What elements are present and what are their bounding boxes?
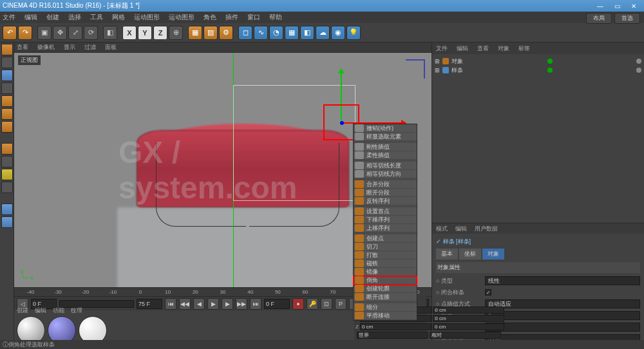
attr-count[interactable] — [485, 311, 640, 320]
ctx-smooth-move[interactable]: 平滑移动 — [354, 312, 417, 320]
ctx-mirror[interactable]: 镜像 — [354, 268, 417, 276]
ctx-chamfer[interactable]: 倒角 — [354, 276, 417, 285]
next-key[interactable]: ▶▶ — [236, 298, 247, 310]
mat-tab-func[interactable]: 功能 — [53, 307, 64, 315]
redo-button[interactable]: ↷ — [18, 26, 32, 40]
view-tab-panel[interactable]: 面板 — [105, 43, 117, 52]
ctx-frame-selected[interactable]: 框显选取元素 — [354, 133, 417, 141]
ctx-soft-interp[interactable]: 柔性插值 — [354, 151, 417, 160]
obj-tab-file[interactable]: 文件 — [436, 44, 448, 53]
polygon-mode[interactable] — [1, 121, 13, 133]
ctx-join-seg[interactable]: 合并分段 — [354, 180, 417, 189]
axis-mode[interactable] — [1, 143, 13, 155]
layout-button[interactable]: 布局 — [586, 13, 612, 24]
goto-start[interactable]: ⏮ — [165, 298, 176, 310]
size-x[interactable] — [433, 307, 504, 314]
make-editable[interactable] — [1, 44, 13, 55]
timeline-current[interactable] — [264, 299, 290, 309]
attr-tab-coord[interactable]: 坐标 — [459, 249, 481, 259]
soft-select[interactable] — [1, 203, 13, 215]
attr-userdata[interactable]: 用户数据 — [475, 225, 498, 233]
menu-plugins[interactable]: 插件 — [225, 13, 238, 22]
render-region[interactable]: ▨ — [204, 26, 218, 40]
prev-key[interactable]: ◀◀ — [179, 298, 191, 310]
ctx-create-point[interactable]: 创建点 — [354, 234, 417, 243]
menu-window[interactable]: 窗口 — [247, 13, 260, 22]
menu-tools[interactable]: 工具 — [90, 13, 103, 22]
mat-tab-create[interactable]: 创建 — [17, 307, 28, 315]
environment-tool[interactable]: ☁ — [316, 26, 330, 40]
ctx-equal-tan-len[interactable]: 相等切线长度 — [354, 162, 417, 170]
gizmo-origin[interactable] — [340, 121, 344, 125]
attr-interp[interactable] — [485, 299, 640, 308]
view-tab-view[interactable]: 查看 — [17, 43, 28, 52]
move-tool[interactable]: ✥ — [53, 26, 67, 40]
ctx-disconnect[interactable]: 断开连接 — [354, 293, 417, 301]
maximize-button[interactable]: ▭ — [609, 1, 625, 10]
snap-toggle[interactable] — [1, 156, 13, 167]
tweak-mode[interactable] — [1, 216, 13, 228]
ctx-subdivide[interactable]: 细分 — [354, 303, 417, 312]
tree-item-obj[interactable]: ⊞ 对象 — [435, 57, 641, 66]
obj-tab-edit[interactable]: 编辑 — [457, 44, 468, 53]
size-y[interactable] — [433, 315, 504, 322]
light-tool[interactable]: 💡 — [346, 26, 361, 40]
goto-end[interactable]: ⏭ — [250, 298, 261, 310]
world-axis-toggle[interactable]: ⊕ — [169, 26, 183, 40]
model-mode[interactable] — [1, 57, 13, 68]
ctx-break-seg[interactable]: 断开分段 — [354, 189, 417, 197]
z-axis-lock[interactable]: Z — [153, 26, 167, 40]
menu-help[interactable]: 帮助 — [269, 13, 282, 22]
view-tab-camera[interactable]: 摄像机 — [37, 43, 55, 52]
spline-tool[interactable]: ∿ — [254, 26, 268, 40]
point-mode[interactable] — [1, 95, 13, 107]
ctx-equal-tan-dir[interactable]: 相等切线方向 — [354, 170, 417, 178]
ctx-reverse[interactable]: 反转序列 — [354, 197, 417, 205]
menu-mesh[interactable]: 网格 — [112, 13, 125, 22]
render-settings[interactable]: ⚙ — [219, 26, 233, 40]
ctx-move-down[interactable]: 下移序列 — [354, 216, 417, 224]
workplane-mode[interactable] — [1, 82, 13, 94]
obj-tab-tags[interactable]: 标签 — [518, 44, 530, 53]
ctx-explode[interactable]: 打散 — [354, 251, 417, 259]
attr-angle[interactable] — [485, 323, 640, 332]
nurbs-tool[interactable]: ◔ — [269, 26, 283, 40]
close-button[interactable]: ✕ — [626, 1, 641, 10]
attr-tab-basic[interactable]: 基本 — [436, 249, 458, 259]
mat-tab-edit[interactable]: 编辑 — [35, 307, 46, 315]
attr-close-checkbox[interactable]: ✓ — [485, 289, 491, 296]
view-tab-display[interactable]: 显示 — [64, 43, 75, 52]
obj-tab-objects[interactable]: 对象 — [498, 44, 509, 53]
menu-mograph[interactable]: 运动图形 — [134, 13, 160, 22]
coord-z[interactable] — [360, 323, 431, 330]
menu-create[interactable]: 创建 — [46, 13, 59, 22]
menu-edit[interactable]: 编辑 — [24, 13, 37, 22]
record-key[interactable]: ● — [292, 298, 304, 310]
texture-mode[interactable] — [1, 70, 13, 81]
minimize-button[interactable]: — — [592, 1, 608, 10]
x-axis-lock[interactable]: X — [122, 26, 137, 40]
deformer-tool[interactable]: ◧ — [300, 26, 314, 40]
select-tool[interactable]: ▣ — [37, 26, 52, 40]
view-tab-filter[interactable]: 过滤 — [84, 43, 96, 52]
menu-file[interactable]: 文件 — [3, 13, 15, 22]
scale-tool[interactable]: ⤢ — [68, 26, 82, 40]
undo-button[interactable]: ↶ — [3, 26, 17, 40]
attr-mode[interactable]: 模式 — [436, 225, 448, 233]
timeline-end[interactable] — [137, 299, 162, 309]
ctx-set-first[interactable]: 设置首点 — [354, 207, 417, 216]
coord-rel[interactable] — [430, 332, 501, 339]
ctx-hard-interp[interactable]: 刚性插值 — [354, 143, 417, 151]
attr-type[interactable] — [485, 276, 640, 285]
camera-tool[interactable]: ◉ — [331, 26, 345, 40]
edge-mode[interactable] — [1, 108, 13, 120]
menu-motion[interactable]: 运动图形 — [169, 13, 194, 22]
snap-settings[interactable] — [1, 169, 13, 180]
menu-character[interactable]: 角色 — [204, 13, 216, 22]
key-pos[interactable]: P — [335, 298, 346, 310]
array-tool[interactable]: ▦ — [285, 26, 299, 40]
mat-tab-tex[interactable]: 纹理 — [71, 307, 82, 315]
workplane-snap[interactable] — [1, 182, 13, 193]
object-tree[interactable]: ⊞ 对象 ⊞ 样条 — [432, 54, 644, 77]
ctx-knife[interactable]: 切刀 — [354, 243, 417, 251]
